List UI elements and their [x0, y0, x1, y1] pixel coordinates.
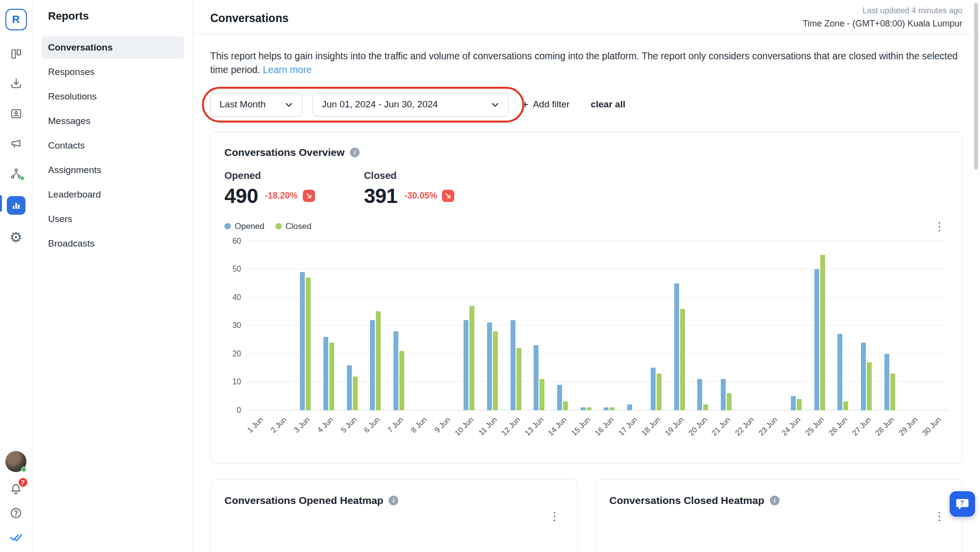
- bar-opened[interactable]: [393, 331, 398, 410]
- bar-group[interactable]: [317, 241, 341, 410]
- inbox-icon[interactable]: [9, 76, 24, 91]
- bar-group[interactable]: [527, 241, 551, 410]
- bar-opened[interactable]: [464, 320, 468, 410]
- bar-closed[interactable]: [843, 401, 848, 410]
- bar-group[interactable]: [551, 241, 574, 410]
- bar-group[interactable]: [294, 241, 317, 410]
- bar-opened[interactable]: [697, 379, 702, 410]
- bar-group[interactable]: [247, 241, 270, 410]
- dashboard-icon[interactable]: [9, 47, 24, 61]
- bar-closed[interactable]: [890, 374, 895, 410]
- info-icon[interactable]: i: [770, 496, 780, 505]
- opened-heatmap-kebab-icon[interactable]: ⋮: [546, 510, 564, 522]
- bar-closed[interactable]: [376, 311, 381, 410]
- overview-kebab-menu-icon[interactable]: ⋮: [931, 221, 948, 232]
- bar-closed[interactable]: [539, 379, 544, 410]
- broadcast-megaphone-icon[interactable]: [9, 136, 24, 151]
- bar-group[interactable]: [504, 241, 528, 410]
- bar-group[interactable]: [621, 241, 644, 410]
- bar-closed[interactable]: [399, 351, 404, 410]
- support-chat-button[interactable]: ?: [950, 491, 975, 517]
- help-icon[interactable]: [9, 505, 24, 520]
- date-range-dropdown[interactable]: Jun 01, 2024 - Jun 30, 2024: [313, 93, 509, 117]
- learn-more-link[interactable]: Learn more: [263, 64, 312, 75]
- bar-group[interactable]: [738, 241, 761, 410]
- page-scrollbar-thumb[interactable]: [974, 3, 978, 170]
- settings-gear-icon[interactable]: ⚙: [9, 230, 24, 245]
- bar-group[interactable]: [457, 241, 481, 410]
- app-logo[interactable]: R: [5, 9, 27, 30]
- bar-group[interactable]: [925, 241, 948, 410]
- info-icon[interactable]: i: [389, 496, 398, 505]
- bar-closed[interactable]: [727, 393, 732, 410]
- bar-opened[interactable]: [861, 343, 866, 410]
- bar-closed[interactable]: [657, 374, 662, 410]
- bar-group[interactable]: [878, 241, 902, 410]
- bar-opened[interactable]: [674, 283, 679, 410]
- bar-group[interactable]: [411, 241, 434, 410]
- sidebar-item-leaderboard[interactable]: Leaderboard: [41, 183, 184, 206]
- bar-opened[interactable]: [721, 379, 726, 410]
- contacts-icon[interactable]: [9, 106, 24, 121]
- sidebar-item-responses[interactable]: Responses: [41, 61, 184, 83]
- bar-group[interactable]: [434, 241, 458, 410]
- bar-opened[interactable]: [323, 337, 328, 410]
- bar-closed[interactable]: [867, 362, 872, 410]
- bar-opened[interactable]: [511, 320, 515, 410]
- bar-group[interactable]: [902, 241, 925, 410]
- bar-group[interactable]: [691, 241, 714, 410]
- bar-opened[interactable]: [370, 320, 375, 410]
- bar-group[interactable]: [784, 241, 808, 410]
- bar-opened[interactable]: [651, 368, 656, 410]
- info-icon[interactable]: i: [350, 148, 360, 157]
- bar-closed[interactable]: [516, 348, 521, 410]
- sidebar-item-broadcasts[interactable]: Broadcasts: [41, 232, 184, 255]
- sidebar-item-contacts[interactable]: Contacts: [41, 134, 184, 157]
- bar-opened[interactable]: [791, 396, 796, 410]
- sidebar-item-users[interactable]: Users: [41, 208, 184, 230]
- user-avatar[interactable]: [5, 451, 26, 472]
- bar-group[interactable]: [387, 241, 411, 410]
- clear-all-button[interactable]: clear all: [590, 99, 625, 110]
- bar-group[interactable]: [341, 241, 364, 410]
- bar-group[interactable]: [832, 241, 855, 410]
- bar-group[interactable]: [364, 241, 388, 410]
- sidebar-item-conversations[interactable]: Conversations: [41, 36, 184, 59]
- bar-closed[interactable]: [563, 401, 568, 410]
- reports-icon-active[interactable]: [7, 196, 25, 215]
- bar-group[interactable]: [808, 241, 832, 410]
- period-dropdown[interactable]: Last Month: [210, 93, 302, 117]
- bar-closed[interactable]: [353, 376, 358, 410]
- bar-group[interactable]: [481, 241, 504, 410]
- bar-closed[interactable]: [820, 255, 825, 410]
- bar-closed[interactable]: [329, 343, 334, 410]
- bar-opened[interactable]: [300, 272, 305, 410]
- bar-opened[interactable]: [557, 385, 562, 410]
- bar-opened[interactable]: [347, 365, 352, 410]
- bar-opened[interactable]: [814, 269, 819, 410]
- bar-group[interactable]: [574, 241, 598, 410]
- add-filter-button[interactable]: + Add filter: [522, 99, 569, 110]
- bar-closed[interactable]: [306, 277, 311, 410]
- closed-heatmap-kebab-icon[interactable]: ⋮: [931, 510, 948, 522]
- sidebar-item-resolutions[interactable]: Resolutions: [41, 85, 184, 108]
- bar-opened[interactable]: [837, 334, 842, 410]
- bar-group[interactable]: [714, 241, 738, 410]
- bar-group[interactable]: [668, 241, 691, 410]
- bar-opened[interactable]: [627, 404, 632, 410]
- bar-closed[interactable]: [469, 306, 474, 410]
- bar-closed[interactable]: [703, 404, 708, 410]
- bar-group[interactable]: [598, 241, 621, 410]
- getting-started-check-icon[interactable]: [9, 529, 24, 544]
- notifications-bell-icon[interactable]: 7: [9, 481, 24, 496]
- bar-group[interactable]: [644, 241, 668, 410]
- bar-group[interactable]: [761, 241, 784, 410]
- bar-opened[interactable]: [534, 345, 539, 410]
- bar-group[interactable]: [270, 241, 294, 410]
- bar-closed[interactable]: [797, 399, 802, 410]
- bar-closed[interactable]: [493, 331, 498, 410]
- sidebar-item-messages[interactable]: Messages: [41, 110, 184, 132]
- bar-closed[interactable]: [680, 309, 685, 410]
- bar-opened[interactable]: [884, 354, 889, 410]
- bar-group[interactable]: [855, 241, 878, 410]
